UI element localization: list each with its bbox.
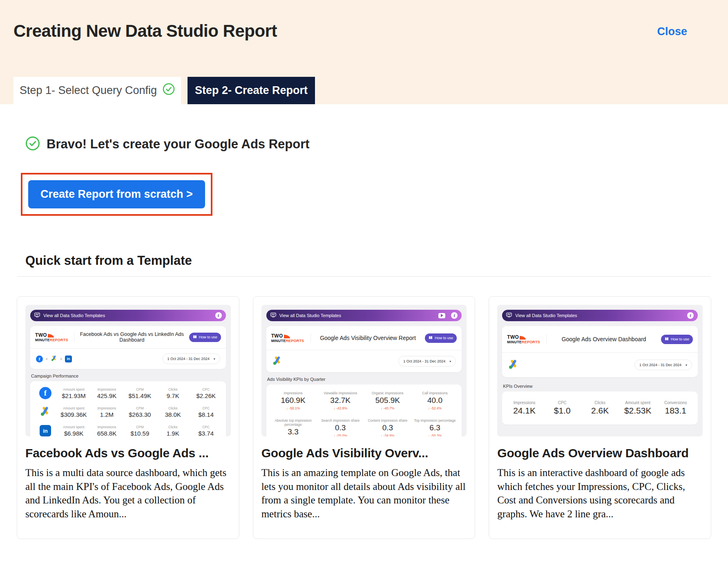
metric-label: Clicks [156,406,190,410]
kpi-value: 0.3 [317,423,364,432]
brand-top-text: TWO [35,333,47,338]
date-range-pill: 1 Oct 2024 - 31 Dec 2024 ▾ [634,360,692,370]
two-minute-reports-logo: TWO MINUTEREPORTS [35,333,75,342]
kpi-value: 183.1 [657,406,695,416]
how-to-use-button: How to use [189,333,221,342]
linkedin-icon: in [40,425,51,436]
metric-label: Impressions [90,425,123,429]
brand-bottom-black: MINUTE [35,338,50,342]
how-to-use-button: How to use [661,335,693,344]
metric-value: 1.9K [156,430,190,437]
kpi-label: Impressions [505,400,543,405]
kpi-label: Absolute top impression percentage [270,418,317,427]
how-to-use-label: How to use [435,336,453,340]
kpi-value: 24.1K [505,406,543,416]
preview-report-title: Google Ads Visibility Overview Report [311,335,425,341]
template-card-google-ads-visibility[interactable]: View all Data Studio Templates f TWO MIN… [253,296,476,539]
card-description: This is an amazing template on Google Ad… [261,466,467,521]
facebook-icon: f [451,312,458,319]
template-card-facebook-vs-google-vs-linkedin[interactable]: View all Data Studio Templates f TWO MIN… [17,296,239,539]
google-ads-icon [272,355,283,367]
template-preview: View all Data Studio Templates f TWO MIN… [261,305,467,436]
section-label: Campaign Performance [31,373,226,378]
preview-topbar-label: View all Data Studio Templates [43,313,105,318]
success-check-icon [25,136,40,152]
stats-row-linkedin: in Amount spent$6.98K Impressions658.8K … [33,421,223,436]
kpi-label: Clicks [581,400,619,405]
dialog-header: Creating New Data Studio Report Close St… [0,0,728,104]
facebook-icon: f [39,387,51,399]
success-message-row: Bravo! Let's create your Google Ads Repo… [25,136,728,152]
brand-bottom-orange: REPORTS [286,339,304,343]
page-title: Creating New Data Studio Report [13,21,277,41]
metric-value: $3.74 [190,430,223,437]
tab-step2-label: Step 2- Create Report [195,84,308,97]
card-title: Google Ads Visibility Overv... [261,446,467,460]
metric-value: 38.0K [156,411,190,418]
card-description: This is a multi data source dashboard, w… [25,466,231,521]
connector-separator: x [60,357,63,361]
two-minute-reports-logo: TWO MINUTEREPORTS [271,333,311,343]
kpi-delta: ↓ -42.8% [317,406,364,410]
how-to-use-label: How to use [671,337,689,341]
chart-icon [506,312,512,319]
facebook-icon: f [215,312,222,319]
linkedin-icon: in [65,356,72,362]
brand-bottom-black: MINUTE [507,340,522,344]
kpi-row: Absolute top impression percentage3.3↓ -… [270,414,459,436]
kpi-value: 505.9K [364,396,411,405]
check-circle-icon [163,83,175,98]
brand-wedge-icon [520,336,526,340]
kpi-value: $2.53K [619,406,657,416]
book-icon [665,337,669,342]
metric-label: CPC [190,425,223,429]
kpi-row: Impressions24.1K CPC$1.0 Clicks2.6K Amou… [505,394,695,422]
book-icon [429,336,433,340]
card-title: Facebook Ads vs Google Ads ... [25,446,231,460]
metric-value: 425.9K [90,392,123,399]
metric-value: $2.26K [190,392,223,399]
two-minute-reports-logo: TWO MINUTEREPORTS [507,335,547,344]
metric-label: Clicks [156,387,190,391]
metric-value: $263.30 [123,411,156,418]
date-range-value: 1 Oct 2024 - 31 Dec 2024 [167,357,210,361]
close-link[interactable]: Close [657,25,687,38]
date-range-pill: 1 Oct 2024 - 31 Dec 2024 ▾ [398,356,456,367]
preview-report-title: Facebook Ads vs Google Ads vs LinkedIn A… [75,331,189,343]
metric-label: CPC [190,387,223,391]
chart-icon [34,312,40,319]
stats-row-google-ads: Amount spent$309.36K Impressions1.2M CPM… [33,403,223,421]
kpi-value: 6.3 [411,423,459,432]
metric-label: Impressions [90,387,123,391]
metric-value: $8.14 [190,411,223,418]
stats-panel: Impressions24.1K CPC$1.0 Clicks2.6K Amou… [502,391,698,425]
google-ads-icon [508,358,519,371]
caret-down-icon: ▾ [214,357,215,361]
kpi-value: 0.3 [364,423,411,432]
kpi-delta: ↓ -25.0% [317,434,364,436]
metric-label: Amount spent [57,387,90,391]
kpi-delta: ↓ -52.4% [411,406,459,410]
template-card-google-ads-overview[interactable]: View all Data Studio Templates f TWO MIN… [489,296,711,539]
connector-icons: f x x in [36,355,72,363]
brand-bottom-orange: REPORTS [522,340,540,344]
section-label: KPIs Overview [503,384,698,389]
metric-label: Impressions [90,406,123,410]
preview-topbar: View all Data Studio Templates f [30,310,226,321]
kpi-label: Search impression share [317,418,364,423]
how-to-use-button: How to use [425,333,457,343]
kpi-value: 3.3 [270,427,317,436]
kpi-delta: ↓ -40.7% [364,406,411,410]
stats-panel: Impressions160.9K↓ -58.1% Viewable impre… [266,385,462,436]
section-divider [17,276,711,277]
template-cards: View all Data Studio Templates f TWO MIN… [17,296,711,539]
stats-row-facebook: f Amount spent$21.93M Impressions425.9K … [33,384,223,403]
metric-value: $6.98K [57,430,90,437]
how-to-use-label: How to use [199,335,217,339]
metric-value: 658.8K [90,430,123,437]
google-ads-icon [40,405,51,418]
tab-step2-create-report[interactable]: Step 2- Create Report [188,77,315,104]
tab-step1-select-query-config[interactable]: Step 1- Select Query Config [13,77,181,104]
create-report-from-scratch-button[interactable]: Create Report from scratch > [28,180,205,208]
preview-topbar-label: View all Data Studio Templates [279,313,341,318]
